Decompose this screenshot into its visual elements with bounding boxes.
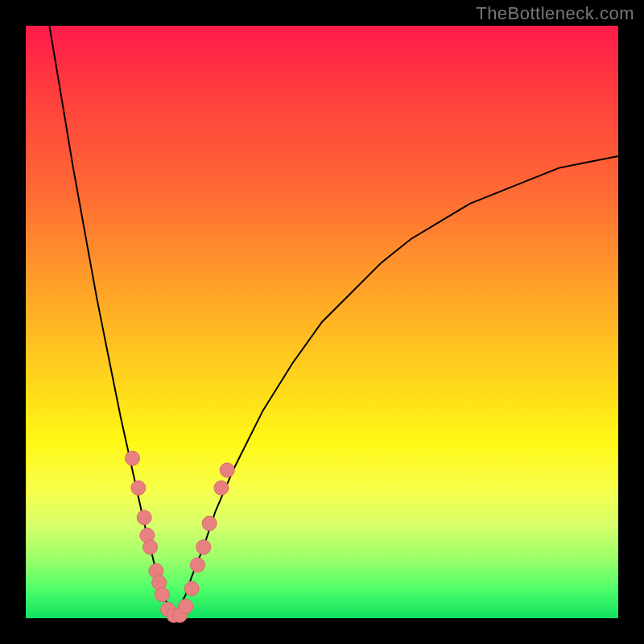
chart-frame: TheBottleneck.com [0, 0, 644, 644]
data-marker [126, 451, 140, 465]
plot-area [26, 26, 618, 618]
data-marker [155, 588, 169, 602]
data-marker [202, 516, 217, 530]
data-marker [190, 558, 204, 572]
data-marker [179, 599, 193, 613]
data-marker [196, 540, 211, 555]
data-marker [131, 481, 146, 495]
curve-right [174, 156, 618, 618]
curve-left [49, 26, 174, 618]
watermark-text: TheBottleneck.com [476, 3, 634, 24]
data-marker [137, 510, 151, 525]
data-marker [214, 481, 229, 495]
data-marker [220, 463, 234, 477]
marker-group [126, 451, 235, 622]
chart-svg [26, 26, 618, 618]
curve-group [49, 26, 618, 618]
data-marker [143, 540, 158, 555]
data-marker [184, 581, 199, 596]
